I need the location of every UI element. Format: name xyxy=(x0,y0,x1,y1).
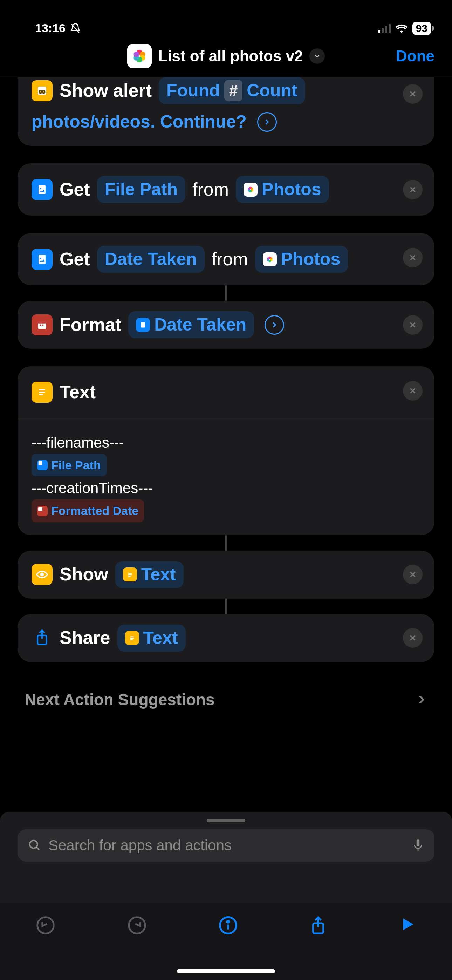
text-line: ---filenames--- xyxy=(32,431,420,454)
redo-button[interactable] xyxy=(127,915,147,935)
svg-rect-34 xyxy=(42,324,43,326)
file-icon xyxy=(32,249,53,270)
action-label: Get xyxy=(60,247,90,271)
battery-indicator: 93 xyxy=(412,22,431,35)
done-button[interactable]: Done xyxy=(396,47,434,65)
photos-icon xyxy=(263,252,277,266)
action-text[interactable]: Text ---filenames--- File Path ---creati… xyxy=(18,366,434,535)
svg-rect-11 xyxy=(38,185,46,194)
calendar-icon xyxy=(37,506,48,516)
delete-action-button[interactable] xyxy=(403,565,423,584)
text-icon xyxy=(125,631,139,645)
action-label: Text xyxy=(60,380,95,404)
next-action-suggestions[interactable]: Next Action Suggestions xyxy=(18,683,434,716)
delete-action-button[interactable] xyxy=(403,315,423,335)
delete-action-button[interactable] xyxy=(403,180,423,199)
action-show[interactable]: Show Text xyxy=(18,550,434,599)
action-format-date[interactable]: Format Date Taken xyxy=(18,301,434,349)
count-badge: # xyxy=(224,80,242,101)
text-content[interactable]: ---filenames--- File Path ---creationTim… xyxy=(18,418,434,535)
action-share[interactable]: Share Text xyxy=(18,614,434,662)
home-indicator xyxy=(177,969,275,973)
svg-rect-43 xyxy=(38,461,42,466)
detail-token[interactable]: File Path xyxy=(97,176,185,203)
run-button[interactable] xyxy=(399,915,416,933)
expand-chevron-icon[interactable] xyxy=(257,112,277,132)
suggestions-label: Next Action Suggestions xyxy=(24,690,215,709)
svg-point-22 xyxy=(40,258,41,259)
cell-signal-icon xyxy=(378,24,391,33)
text-icon xyxy=(32,382,53,403)
svg-rect-33 xyxy=(40,324,41,326)
file-icon xyxy=(32,179,53,200)
search-field[interactable]: Search for apps and actions xyxy=(18,829,434,862)
status-time: 13:16 xyxy=(35,21,65,35)
source-token[interactable]: Photos xyxy=(236,176,329,203)
source-token[interactable]: Photos xyxy=(255,246,348,273)
svg-rect-44 xyxy=(38,507,42,511)
detail-token[interactable]: Date Taken xyxy=(97,246,205,273)
svg-rect-21 xyxy=(38,255,46,264)
variable-token[interactable]: Text xyxy=(115,561,184,588)
share-icon xyxy=(32,627,53,648)
silent-icon xyxy=(70,23,81,34)
share-button[interactable] xyxy=(309,915,327,937)
alert-icon xyxy=(32,80,53,101)
action-get-date-taken[interactable]: Get Date Taken from Photos xyxy=(18,233,434,285)
variable-token[interactable]: Text xyxy=(118,625,186,652)
from-label: from xyxy=(212,247,248,271)
quicklook-icon xyxy=(32,564,53,585)
alert-message-token[interactable]: Found # Count xyxy=(159,77,305,104)
delete-action-button[interactable] xyxy=(403,381,423,401)
info-button[interactable] xyxy=(218,915,238,935)
text-line: ---creationTimes--- xyxy=(32,477,420,500)
text-icon xyxy=(123,568,137,581)
status-left: 13:16 xyxy=(35,21,81,35)
undo-button[interactable] xyxy=(36,915,56,935)
svg-point-18 xyxy=(248,188,250,190)
svg-point-65 xyxy=(227,921,229,923)
shortcut-title: List of all photos v2 xyxy=(158,47,303,65)
delete-action-button[interactable] xyxy=(403,628,423,648)
connector-line xyxy=(225,535,227,550)
search-icon xyxy=(28,839,41,852)
svg-rect-60 xyxy=(417,840,420,846)
connector-line xyxy=(225,285,227,301)
svg-rect-35 xyxy=(141,322,145,328)
actions-list: Show alert Found # Count photos/videos. … xyxy=(0,77,452,716)
wifi-icon xyxy=(396,24,407,33)
photos-app-icon xyxy=(127,44,152,68)
editor-toolbar xyxy=(0,903,452,980)
action-show-alert[interactable]: Show alert Found # Count photos/videos. … xyxy=(18,77,434,146)
svg-line-59 xyxy=(37,847,39,850)
action-label: Format xyxy=(60,313,121,337)
action-search-sheet[interactable]: Search for apps and actions xyxy=(0,812,452,980)
action-label: Show alert xyxy=(60,79,152,103)
svg-point-28 xyxy=(267,257,269,260)
variable-chip-formatted-date[interactable]: Formatted Date xyxy=(32,500,144,522)
svg-point-45 xyxy=(41,573,43,576)
file-icon xyxy=(136,318,150,332)
connector-line xyxy=(225,599,227,614)
svg-marker-68 xyxy=(403,918,413,930)
svg-point-12 xyxy=(40,188,41,189)
action-label: Show xyxy=(60,563,108,586)
status-bar: 13:16 93 xyxy=(0,0,452,35)
action-label: Share xyxy=(60,626,110,650)
variable-token[interactable]: Date Taken xyxy=(128,311,254,338)
sheet-grabber[interactable] xyxy=(207,819,245,822)
svg-rect-7 xyxy=(40,91,42,93)
svg-point-5 xyxy=(134,51,140,57)
expand-chevron-icon[interactable] xyxy=(264,315,284,335)
svg-rect-8 xyxy=(43,91,45,93)
title-dropdown-button[interactable] xyxy=(309,48,325,64)
variable-chip-file-path[interactable]: File Path xyxy=(32,454,107,477)
delete-action-button[interactable] xyxy=(403,84,423,104)
search-placeholder: Search for apps and actions xyxy=(48,837,405,854)
title-wrap[interactable]: List of all photos v2 xyxy=(127,44,325,68)
action-get-file-path[interactable]: Get File Path from Photos xyxy=(18,163,434,216)
microphone-icon[interactable] xyxy=(412,838,424,853)
chevron-right-icon xyxy=(415,693,428,706)
svg-rect-32 xyxy=(38,321,46,323)
delete-action-button[interactable] xyxy=(403,248,423,267)
